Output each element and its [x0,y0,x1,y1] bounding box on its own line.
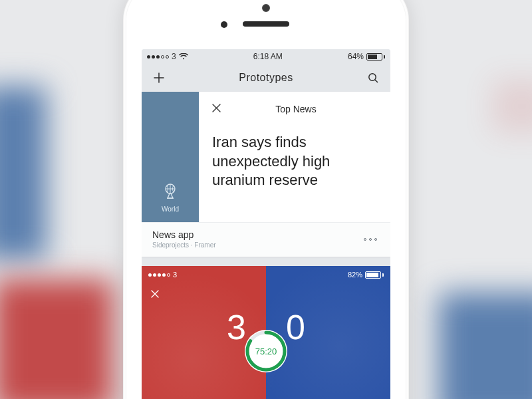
add-button[interactable] [151,70,167,86]
category-sidebar: World [142,92,199,222]
card-title: News app [152,229,216,240]
battery-icon [365,271,384,279]
news-headline: Iran says finds unexpectedly high uraniu… [212,133,380,190]
carrier-label: 3 [172,52,176,61]
signal-dots-icon [148,273,170,277]
ios-statusbar: 3 6:18 AM 64% [142,49,390,64]
close-icon[interactable] [151,290,159,298]
category-label: World [162,205,179,213]
score-left: 3 [227,307,246,347]
device-camera [262,4,270,12]
navbar: Prototypes [142,64,390,92]
signal-dots-icon [147,55,169,59]
screen: 3 6:18 AM 64% [142,49,390,399]
match-timer: 75:20 [245,330,287,372]
carrier-label: 3 [173,271,177,279]
timer-label: 75:20 [245,330,287,372]
device-speaker [243,21,289,27]
prototype-card[interactable]: 3 82% 3 [142,266,390,399]
section-title: Top News [212,104,380,114]
page-title: Prototypes [239,72,293,84]
svg-point-0 [369,74,376,80]
card-footer: News app Sideprojects · Framer [142,222,390,257]
prototype-card[interactable]: World Top News Iran says finds unexpecte… [142,92,390,257]
search-button[interactable] [365,70,381,86]
wifi-icon [179,53,188,60]
close-icon[interactable] [212,104,221,112]
battery-pct: 82% [348,271,362,279]
more-button[interactable] [361,235,380,243]
card-subtitle: Sideprojects · Framer [152,241,216,249]
statusbar-time: 6:18 AM [253,52,283,61]
globe-icon [161,182,180,200]
device-sensor [221,21,227,28]
battery-icon [366,53,385,61]
battery-pct: 64% [348,52,364,61]
score-right: 0 [286,307,305,347]
inner-statusbar: 3 82% [142,266,390,279]
device-frame: 3 6:18 AM 64% [123,0,409,399]
